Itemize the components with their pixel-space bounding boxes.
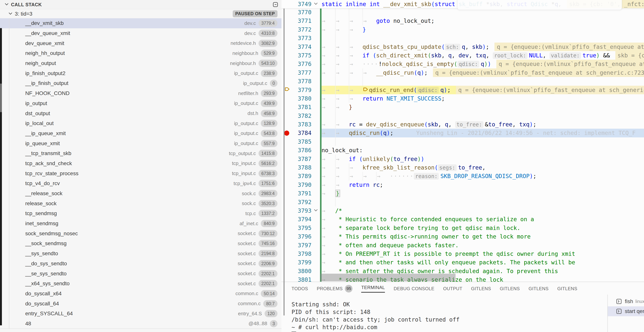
stack-frame-row[interactable]: do_syscall_x64common.c50:14 [0,289,282,299]
line-number[interactable]: 3796 [291,232,312,241]
breakpoint-gutter[interactable] [282,8,291,17]
breakpoint-gutter[interactable] [282,120,291,129]
terminal-output[interactable]: Starting sshd: OKPID of this script: 148… [292,301,460,332]
line-number[interactable]: 3771 [291,17,312,25]
line-number[interactable]: 3770 [291,8,312,17]
line-number[interactable]: 3779 [291,86,312,94]
line-number[interactable]: 3783 [291,120,312,129]
stack-frame-row[interactable]: ip_finish_output2ip_output.c238:9 [0,68,282,78]
breakpoint-gutter[interactable] [282,155,291,163]
terminal-list-item[interactable]: fishlinux [608,296,644,306]
breakpoint-gutter[interactable] [282,198,291,206]
line-number[interactable]: 3800 [291,267,312,275]
stack-frame-row[interactable]: __release_socksock.c2983:4 [0,189,282,199]
breakpoint-gutter[interactable] [282,189,291,198]
line-number[interactable]: 3784 [291,129,312,137]
panel-tab-todos[interactable]: TODOS [292,282,308,295]
fold-chevron-icon[interactable] [313,0,318,8]
line-number[interactable]: 3798 [291,250,312,258]
stack-frame-row[interactable]: NF_HOOK_CONDnetfilter.h293:9 [0,88,282,98]
line-number[interactable]: 3791 [291,189,312,198]
line-number[interactable]: 3787 [291,155,312,163]
line-number[interactable]: 3780 [291,94,312,103]
stack-frame-row[interactable]: __x64_sys_sendtosocket.c2202:1 [0,279,282,289]
line-number[interactable]: 3774 [291,43,312,51]
line-number[interactable]: 3782 [291,112,312,120]
breakpoint-gutter[interactable] [282,17,291,25]
breakpoint-gutter[interactable] [282,163,291,172]
panel-tab-terminal[interactable]: TERMINAL [361,282,385,295]
breakpoint-gutter[interactable] [282,206,291,215]
stack-frame-row[interactable]: inet_sendmsgaf_inet.c840:9 [0,219,282,229]
stack-frame-row[interactable]: entry_SYSCALL_64entry_64.S120 [0,309,282,319]
stack-frame-row[interactable]: neigh_hh_outputneighbour.h529:9 [0,48,282,58]
panel-tab-debug-console[interactable]: DEBUG CONSOLE [394,282,434,295]
line-number[interactable]: 3772 [291,25,312,34]
line-number[interactable]: 3781 [291,103,312,111]
breakpoint-gutter[interactable] [282,112,291,120]
stack-frame-row[interactable]: __dev_xmit_skbdev.c3779:4 [0,18,282,28]
line-number[interactable]: 3777 [291,68,312,77]
stack-frame-row[interactable]: ip_queue_xmitip_output.c557:9 [0,138,282,148]
breakpoint-gutter[interactable] [282,43,291,51]
stack-frame-row[interactable]: do_syscall_64common.c80:7 [0,298,282,309]
breakpoint-gutter[interactable] [282,232,291,241]
collapse-all-icon[interactable] [272,1,279,8]
breakpoint-gutter[interactable] [282,215,291,224]
sidebar-resize-sash[interactable] [284,8,284,315]
line-number[interactable]: 3789 [291,172,312,180]
stack-frame-row[interactable]: ip_local_outip_output.c128:9 [0,118,282,128]
line-number[interactable]: 3795 [291,224,312,232]
stack-frame-row[interactable]: ip_outputip_output.c439:9 [0,98,282,108]
stack-frame-row[interactable]: __do_sys_sendtosocket.c2206:9 [0,259,282,269]
panel-tab-gitlens[interactable]: GITLENS [471,282,491,295]
breakpoint-gutter[interactable] [282,0,291,8]
breakpoint-gutter[interactable] [282,241,291,250]
breakpoint-gutter[interactable] [282,103,291,111]
stack-frame-row[interactable]: neigh_outputneighbour.h543:10 [0,58,282,68]
fold-chevron-icon[interactable] [313,206,318,215]
breakpoint-gutter[interactable] [282,275,291,282]
line-number[interactable]: 3778 [291,77,312,86]
line-number[interactable]: 3773 [291,34,312,42]
stack-frame-row[interactable]: dev_queue_xmitnetdevice.h3082:9 [0,38,282,48]
code-editor[interactable]: 37703771→→→→goto no_lock_out;3772→→→}377… [282,0,644,282]
stack-frame-row[interactable]: __se_sys_sendtosocket.c2202:1 [0,268,282,279]
breakpoint-gutter[interactable] [282,258,291,267]
stack-frame-row[interactable]: __dev_queue_xmitdev.c4310:8 [0,28,282,38]
callstack-header[interactable]: CALL STACK [0,0,282,9]
breakpoint-gutter[interactable] [282,172,291,180]
breakpoint-gutter[interactable] [282,86,291,94]
stack-frame-row[interactable]: __ip_queue_xmitip_output.c543:8 [0,128,282,138]
line-number[interactable]: 3786 [291,146,312,154]
breakpoint-gutter[interactable] [282,267,291,275]
line-number[interactable]: 3788 [291,163,312,172]
line-number[interactable]: 3794 [291,215,312,224]
thread-row[interactable]: 3: tid=3 PAUSED ON STEP [0,9,282,18]
stack-frame-row[interactable]: sock_sendmsg_nosecsocket.c730:12 [0,228,282,239]
line-number[interactable]: 3799 [291,258,312,267]
line-number[interactable]: 3785 [291,137,312,146]
line-number[interactable]: 3749 [291,0,312,8]
stack-frame-row[interactable]: tcp_rcv_state_processtcp_input.c6738:3 [0,168,282,179]
breakpoint-gutter[interactable] [282,146,291,154]
stack-frame-row[interactable]: __sock_sendmsgsocket.c745:16 [0,239,282,249]
breakpoint-gutter[interactable] [282,34,291,42]
line-number[interactable]: 3797 [291,241,312,250]
breakpoint-gutter[interactable] [282,181,291,189]
breakpoint-gutter[interactable] [282,25,291,34]
stack-frame-row[interactable]: tcp_sendmsgtcp.c1337:2 [0,209,282,219]
line-number[interactable]: 3792 [291,198,312,206]
stack-frame-row[interactable]: release_socksock.c3520:3 [0,198,282,209]
horizontal-scrollbar[interactable] [320,274,456,281]
stack-frame-row[interactable]: tcp_v4_do_rcvtcp_ipv4.c1751:6 [0,179,282,189]
line-number[interactable]: 3793 [291,206,312,215]
breakpoint-gutter[interactable] [282,77,291,86]
breakpoint-gutter[interactable] [282,137,291,146]
stack-frame-row[interactable]: 48@48..883 [0,319,282,329]
line-number[interactable]: 3790 [291,181,312,189]
breakpoint-icon[interactable] [284,130,289,136]
line-number[interactable]: 3776 [291,60,312,68]
panel-tab-gitlens[interactable]: GITLENS [500,282,520,295]
terminal-list-item[interactable]: start qemu [608,306,644,316]
